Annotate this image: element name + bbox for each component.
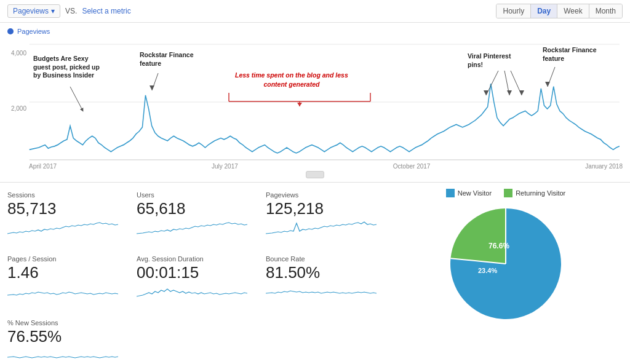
pie-legend: New Visitor Returning Visitor xyxy=(446,189,566,197)
metric-users: Users 65,618 xyxy=(137,189,253,247)
metric-avg-duration: Avg. Session Duration 00:01:15 xyxy=(137,253,253,311)
pageviews-value: 125,218 xyxy=(266,200,383,218)
legend-new-visitor: New Visitor xyxy=(446,189,492,197)
metric-pages-session: Pages / Session 1.46 xyxy=(7,253,124,311)
new-sessions-label: % New Sessions xyxy=(7,319,124,326)
select-metric-link[interactable]: Select a metric xyxy=(82,7,130,15)
users-sparkline xyxy=(137,220,247,239)
sessions-value: 85,713 xyxy=(7,200,124,218)
chart-legend: Pageviews xyxy=(7,28,623,35)
y-label-2000: 2,000 xyxy=(7,105,26,112)
chart-svg-wrapper: 4,000 2,000 Budgets Are Sexyguest post, … xyxy=(7,38,623,167)
scroll-handle[interactable] xyxy=(306,171,324,178)
avg-duration-label: Avg. Session Duration xyxy=(137,255,253,263)
hourly-button[interactable]: Hourly xyxy=(496,4,531,18)
sessions-label: Sessions xyxy=(7,191,124,199)
pageviews-dropdown[interactable]: Pageviews ▾ xyxy=(7,4,60,18)
bounce-rate-value: 81.50% xyxy=(266,264,383,282)
pages-session-value: 1.46 xyxy=(7,264,124,282)
pie-chart-container: 76.6% 23.4% xyxy=(444,202,567,325)
legend-dot xyxy=(7,28,14,34)
new-sessions-value: 76.55% xyxy=(7,328,124,346)
legend-returning-visitor: Returning Visitor xyxy=(504,189,565,197)
vs-label: VS. xyxy=(65,7,77,15)
bounce-rate-label: Bounce Rate xyxy=(266,255,383,263)
new-sessions-sparkline xyxy=(7,348,118,364)
metric-new-sessions: % New Sessions 76.55% xyxy=(7,317,124,364)
y-label-4000: 4,000 xyxy=(7,50,26,57)
month-button[interactable]: Month xyxy=(589,4,622,18)
returning-visitor-label: Returning Visitor xyxy=(516,189,565,197)
pie-section: New Visitor Returning Visitor 76.6% 23.4… xyxy=(389,189,623,364)
bounce-rate-sparkline xyxy=(266,284,377,303)
time-buttons-group: Hourly Day Week Month xyxy=(496,4,623,18)
avg-duration-sparkline xyxy=(137,284,247,303)
day-button[interactable]: Day xyxy=(531,4,557,18)
metric-pageviews: Pageviews 125,218 xyxy=(266,189,383,247)
pageviews-chart xyxy=(7,38,623,167)
metric-selector-group: Pageviews ▾ VS. Select a metric xyxy=(7,4,131,18)
pageviews-label: Pageviews xyxy=(266,191,383,199)
users-value: 65,618 xyxy=(137,200,253,218)
returning-visitor-slice xyxy=(450,208,506,264)
bottom-section: Sessions 85,713 Users 65,618 Pageviews 1… xyxy=(0,183,630,364)
returning-pct-label: 23.4% xyxy=(478,267,497,274)
users-label: Users xyxy=(137,191,253,199)
new-visitor-color-box xyxy=(446,189,455,197)
top-bar: Pageviews ▾ VS. Select a metric Hourly D… xyxy=(0,0,630,23)
metric-bounce-rate: Bounce Rate 81.50% xyxy=(266,253,383,311)
metrics-grid: Sessions 85,713 Users 65,618 Pageviews 1… xyxy=(7,189,383,364)
chart-area: Pageviews 4,000 2,000 Budgets Are Sexygu… xyxy=(0,23,630,183)
returning-visitor-color-box xyxy=(504,189,512,197)
pages-session-sparkline xyxy=(7,284,118,303)
new-visitor-label: New Visitor xyxy=(458,189,492,197)
dropdown-arrow-icon: ▾ xyxy=(51,7,55,15)
pie-chart-svg: 76.6% 23.4% xyxy=(444,202,567,325)
pageviews-sparkline xyxy=(266,220,377,239)
y-axis-labels: 4,000 2,000 xyxy=(7,50,29,160)
pages-session-label: Pages / Session xyxy=(7,255,124,263)
avg-duration-value: 00:01:15 xyxy=(137,264,253,282)
sessions-sparkline xyxy=(7,220,118,239)
legend-label: Pageviews xyxy=(17,28,50,35)
metric-sessions: Sessions 85,713 xyxy=(7,189,124,247)
week-button[interactable]: Week xyxy=(557,4,589,18)
new-pct-label: 76.6% xyxy=(488,242,509,250)
metric-dropdown-label: Pageviews xyxy=(13,7,49,15)
